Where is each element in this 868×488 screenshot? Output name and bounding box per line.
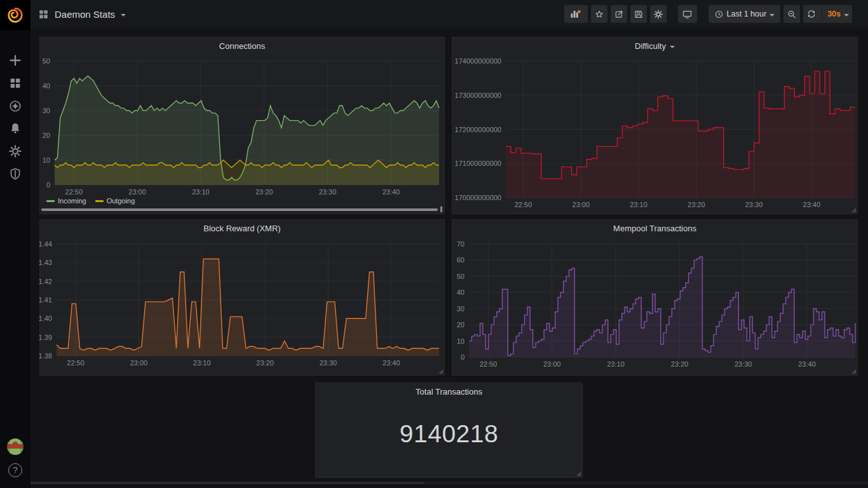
panel-resize-handle[interactable]: [851, 369, 856, 374]
save-icon: [634, 9, 644, 20]
y-axis-label: 172000000000: [455, 126, 501, 133]
y-axis-label: 40: [457, 288, 465, 296]
y-axis-label: 1.39: [39, 334, 52, 341]
help-icon[interactable]: ?: [8, 463, 22, 477]
cycle-view-button[interactable]: [678, 5, 697, 23]
mempool-chart[interactable]: 01020304050607022:5023:0023:1023:2023:30…: [469, 244, 855, 357]
x-axis-label: 23:10: [193, 359, 211, 367]
legend: Incoming Outgoing: [46, 197, 135, 205]
save-button[interactable]: [630, 5, 647, 23]
x-axis-label: 22:50: [67, 359, 85, 367]
share-icon: [614, 9, 624, 20]
panel-block-reward: Block Reward (XMR) 1.381.391.401.411.421…: [39, 219, 445, 376]
connections-chart[interactable]: 0102030405022:5023:0023:1023:2023:3023:4…: [55, 61, 439, 185]
grafana-logo-icon[interactable]: [0, 0, 31, 30]
panel-menu-caret-icon: [670, 46, 675, 48]
x-axis-label: 23:30: [735, 360, 752, 368]
x-axis-label: 23:30: [745, 201, 763, 208]
star-icon: [594, 9, 604, 20]
panel-title-connections[interactable]: Connections: [40, 37, 444, 54]
x-axis-label: 23:30: [319, 188, 337, 196]
y-axis-label: 171000000000: [455, 159, 501, 167]
panel-title-mempool[interactable]: Mempool Transactions: [452, 220, 857, 236]
x-axis-label: 23:20: [255, 188, 273, 196]
y-axis-label: 0: [46, 181, 50, 189]
y-axis-label: 1.44: [39, 240, 52, 248]
x-axis-label: 23:10: [192, 188, 210, 196]
block-reward-chart[interactable]: 1.381.391.401.411.421.431.4422:5023:0023…: [57, 244, 439, 356]
y-axis-label: 70: [457, 240, 465, 248]
shield-icon: [8, 167, 22, 181]
x-axis-label: 23:40: [383, 188, 400, 196]
y-axis-label: 60: [457, 256, 465, 264]
dashboard-picker[interactable]: Daemon Stats: [38, 0, 126, 29]
panel-title-total-transactions[interactable]: Total Transactions: [316, 383, 582, 400]
series-color-swatch: [95, 200, 104, 202]
y-axis-label: 1.42: [39, 278, 52, 285]
chevron-down-icon: [844, 14, 849, 17]
page-scrollbar-thumb[interactable]: [31, 482, 424, 484]
sidebar-item-server-admin[interactable]: [0, 165, 31, 184]
y-axis-label: 20: [43, 132, 50, 139]
sidebar-item-dashboards[interactable]: [0, 74, 31, 93]
y-axis-label: 173000000000: [455, 92, 501, 99]
sidebar-item-alerting[interactable]: [0, 119, 31, 138]
panel-title-difficulty[interactable]: Difficulty: [452, 37, 857, 54]
y-axis-label: 10: [43, 156, 50, 164]
share-button[interactable]: [611, 5, 627, 23]
y-axis-label: 30: [457, 305, 465, 313]
x-axis-label: 23:40: [383, 359, 400, 367]
compass-icon: [8, 99, 22, 113]
panel-resize-handle[interactable]: [576, 471, 581, 476]
panel-horizontal-scrollbar[interactable]: [41, 208, 438, 211]
y-axis-label: 1.40: [39, 315, 52, 322]
x-axis-label: 23:20: [671, 360, 689, 368]
y-axis-label: 1.43: [39, 259, 52, 266]
x-axis-label: 23:00: [130, 359, 148, 367]
y-axis-label: 174000000000: [455, 57, 501, 65]
y-axis-label: 20: [457, 321, 465, 329]
chevron-down-icon: [121, 14, 126, 17]
bell-icon: [8, 121, 22, 135]
monitor-icon: [681, 9, 693, 20]
y-axis-label: 1.41: [39, 296, 52, 304]
star-button[interactable]: [591, 5, 607, 23]
x-axis-label: 23:30: [320, 359, 337, 367]
legend-item-outgoing[interactable]: Outgoing: [95, 197, 135, 205]
x-axis-label: 23:20: [256, 359, 274, 367]
x-axis-label: 23:20: [688, 201, 705, 208]
time-range-picker[interactable]: Last 1 hour: [709, 5, 781, 23]
x-axis-label: 22:50: [480, 360, 498, 368]
user-avatar[interactable]: [7, 438, 24, 455]
x-axis-label: 23:00: [573, 201, 590, 208]
legend-item-incoming[interactable]: Incoming: [46, 197, 86, 205]
y-axis-label: 1.38: [39, 352, 52, 360]
y-axis-label: 40: [43, 82, 50, 90]
difficulty-chart[interactable]: 1700000000001710000000001720000000001730…: [506, 61, 855, 198]
y-axis-label: 50: [43, 57, 50, 65]
sidebar-item-explore[interactable]: [0, 97, 31, 116]
sidebar: ?: [0, 0, 31, 488]
panel-scrollbar-end[interactable]: [440, 207, 442, 212]
clock-icon: [714, 10, 724, 19]
stat-value: 9140218: [316, 420, 582, 448]
toolbar: Last 1 hour 30s: [564, 5, 852, 23]
chevron-down-icon: [770, 14, 775, 17]
y-axis-label: 0: [461, 353, 465, 361]
settings-button[interactable]: [650, 5, 667, 23]
panel-title-block-reward[interactable]: Block Reward (XMR): [40, 220, 444, 236]
panel-resize-handle[interactable]: [438, 369, 443, 374]
refresh-picker[interactable]: 30s: [803, 5, 852, 23]
sidebar-item-configuration[interactable]: [0, 142, 31, 161]
zoom-out-button[interactable]: [783, 5, 800, 23]
grafana-app: ? Daemon Stats: [0, 0, 868, 488]
panel-total-transactions: Total Transactions 9140218: [315, 383, 583, 478]
add-panel-button[interactable]: [564, 5, 588, 23]
gear-icon: [8, 144, 22, 158]
apps-grid-icon: [38, 9, 49, 20]
x-axis-label: 23:10: [607, 360, 625, 368]
panel-resize-handle[interactable]: [851, 208, 856, 212]
zoom-out-icon: [787, 9, 797, 20]
sidebar-item-create[interactable]: [0, 51, 31, 70]
x-axis-label: 23:10: [630, 201, 648, 208]
